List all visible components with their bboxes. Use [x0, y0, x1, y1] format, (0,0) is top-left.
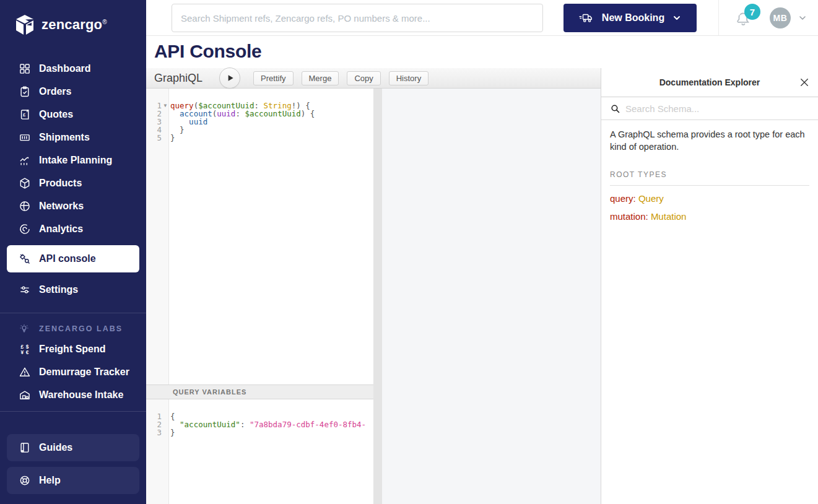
avatar[interactable]: MB: [770, 7, 791, 28]
svg-text:€: €: [26, 349, 29, 355]
labs-header-label: ZENCARGO LABS: [39, 324, 123, 333]
products-icon: [19, 177, 31, 189]
execute-query-button[interactable]: [219, 67, 240, 89]
doc-explorer-title: Documentation Explorer: [659, 77, 760, 87]
sidebar-item-products[interactable]: Products: [0, 172, 146, 194]
api-console-icon: [19, 253, 31, 265]
notification-badge: 7: [744, 4, 760, 20]
new-booking-button[interactable]: New Booking: [563, 4, 697, 32]
root-type-field: query:: [610, 193, 636, 204]
root-type-link-mutation[interactable]: Mutation: [651, 211, 687, 222]
result-pane: [382, 89, 601, 504]
root-types-label: ROOT TYPES: [610, 170, 809, 186]
sidebar-item-label: Networks: [39, 201, 84, 212]
orders-icon: [19, 85, 31, 98]
sidebar-item-intake-planning[interactable]: Intake Planning: [0, 149, 146, 172]
editor-resize-handle[interactable]: [373, 89, 382, 504]
sidebar-divider: [0, 313, 146, 313]
sidebar-item-analytics[interactable]: Analytics: [0, 217, 146, 240]
page-header: API Console: [146, 36, 818, 68]
brand-logo[interactable]: zencargo®: [15, 14, 146, 36]
root-type-field: mutation:: [610, 211, 648, 222]
graphiql-body: 1▼query($accountUuid: String!) {2 accoun…: [146, 89, 601, 504]
graphiql-left: GraphiQL Prettify Merge Copy History 1▼q…: [146, 68, 601, 504]
sidebar-item-shipments[interactable]: Shipments: [0, 126, 146, 149]
schema-search-input[interactable]: [625, 103, 809, 114]
sidebar-item-quotes[interactable]: £ Quotes: [0, 103, 146, 126]
svg-text:¥: ¥: [21, 349, 24, 355]
topbar-divider: [718, 0, 719, 35]
graphiql-container: GraphiQL Prettify Merge Copy History 1▼q…: [146, 68, 818, 504]
book-icon: [19, 441, 31, 454]
sidebar-item-label: Shipments: [39, 132, 90, 143]
history-button[interactable]: History: [389, 71, 429, 85]
root-type-link-query[interactable]: Query: [638, 193, 664, 204]
dashboard-icon: [19, 63, 31, 75]
query-editor-column: 1▼query($accountUuid: String!) {2 accoun…: [146, 89, 373, 504]
warning-triangle-icon: [19, 366, 31, 378]
close-icon[interactable]: [799, 77, 810, 88]
sidebar-item-freight-spend[interactable]: £$¥€ Freight Spend: [0, 337, 146, 360]
analytics-icon: [19, 223, 31, 235]
root-type-query-row: query: Query: [610, 193, 809, 204]
sidebar-divider: [0, 411, 146, 412]
help-button[interactable]: Help: [7, 467, 139, 494]
global-search-input[interactable]: [172, 4, 543, 32]
truck-icon: [578, 11, 594, 25]
graphiql-logo: GraphiQL: [154, 72, 202, 85]
currency-icon: £$¥€: [19, 343, 31, 355]
sidebar-item-warehouse-intake[interactable]: Warehouse Intake: [0, 383, 146, 406]
documentation-explorer: Documentation Explorer A GraphQL schema …: [601, 68, 818, 504]
root-type-mutation-row: mutation: Mutation: [610, 211, 809, 222]
shipments-icon: [19, 131, 31, 144]
sidebar-item-label: Products: [39, 178, 82, 189]
graphiql-toolbar: GraphiQL Prettify Merge Copy History: [146, 68, 601, 89]
sidebar-item-label: Orders: [39, 86, 71, 97]
sidebar-item-dashboard[interactable]: Dashboard: [0, 57, 146, 80]
query-variables-label: QUERY VARIABLES: [173, 388, 246, 396]
merge-button[interactable]: Merge: [302, 71, 339, 85]
networks-icon: [19, 200, 31, 212]
sidebar-footer: Guides Help: [0, 434, 146, 500]
sidebar-item-label: Analytics: [39, 224, 83, 235]
doc-explorer-header: Documentation Explorer: [601, 68, 818, 97]
sidebar-item-orders[interactable]: Orders: [0, 80, 146, 103]
sidebar-item-networks[interactable]: Networks: [0, 194, 146, 217]
app-root: zencargo® Dashboard Orders £ Quotes Ship…: [0, 0, 818, 504]
page-title: API Console: [154, 41, 261, 61]
lifebuoy-icon: [19, 474, 31, 487]
sidebar-item-api-console[interactable]: API console: [7, 245, 139, 272]
user-menu-chevron-icon[interactable]: [798, 13, 807, 23]
doc-search-row: [601, 97, 818, 120]
notifications-button[interactable]: 7: [734, 6, 760, 31]
brand-name: zencargo®: [41, 17, 107, 33]
sidebar-item-label: Quotes: [39, 109, 73, 120]
sidebar-item-label: Freight Spend: [39, 344, 106, 355]
labs-nav: £$¥€ Freight Spend Demurrage Tracker War…: [0, 337, 146, 406]
main-area: New Booking 7 MB API Console GraphiQL: [146, 0, 818, 504]
sidebar-item-label: API console: [39, 253, 96, 264]
play-icon: [225, 73, 235, 83]
sidebar-item-label: Dashboard: [39, 63, 91, 74]
sidebar-item-label: Demurrage Tracker: [39, 367, 129, 378]
search-icon: [610, 103, 620, 114]
prettify-button[interactable]: Prettify: [253, 71, 293, 85]
lightbulb-icon: [19, 323, 30, 334]
footer-item-label: Guides: [39, 442, 72, 453]
sidebar: zencargo® Dashboard Orders £ Quotes Ship…: [0, 0, 146, 504]
variables-editor[interactable]: 1{2 "accountUuid": "7a8bda79-cdbf-4ef0-8…: [146, 399, 373, 504]
labs-section-header: ZENCARGO LABS: [19, 323, 146, 334]
guides-button[interactable]: Guides: [7, 434, 139, 461]
svg-text:£: £: [23, 112, 26, 118]
query-variables-header[interactable]: QUERY VARIABLES: [146, 385, 373, 399]
sidebar-item-label: Warehouse Intake: [39, 389, 123, 401]
sidebar-item-settings[interactable]: Settings: [0, 278, 146, 301]
sidebar-item-label: Intake Planning: [39, 155, 112, 166]
copy-button[interactable]: Copy: [347, 71, 380, 85]
settings-icon: [19, 284, 31, 296]
sidebar-item-demurrage-tracker[interactable]: Demurrage Tracker: [0, 360, 146, 383]
intake-planning-icon: [19, 154, 31, 167]
top-bar: New Booking 7 MB: [146, 0, 818, 36]
query-editor[interactable]: 1▼query($accountUuid: String!) {2 accoun…: [146, 89, 373, 385]
quotes-icon: £: [19, 108, 31, 121]
